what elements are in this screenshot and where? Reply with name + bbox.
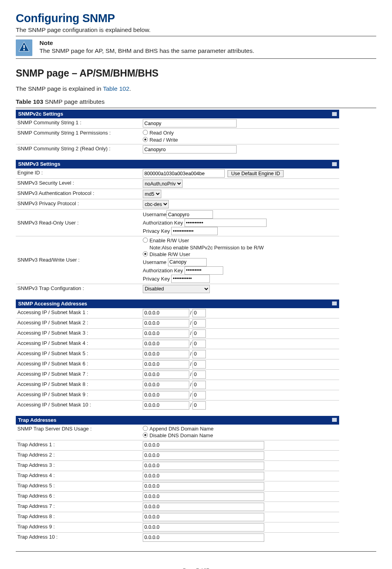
collapse-icon[interactable] <box>332 301 337 305</box>
input-access-mask[interactable] <box>192 319 206 328</box>
label-cs1: SNMP Community String 1 : <box>16 118 141 129</box>
panel-snmpv2c: SNMPv2c Settings SNMP Community String 1… <box>16 110 339 154</box>
explain-line: The SNMP page is explained in Table 102. <box>16 85 376 92</box>
label-access-row: Accessing IP / Subnet Mask 5 : <box>16 349 141 359</box>
page-number: Page 7-137 <box>16 567 376 569</box>
input-access-mask[interactable] <box>192 350 206 358</box>
input-access-mask[interactable] <box>192 371 206 379</box>
collapse-icon[interactable] <box>332 162 337 166</box>
radio-disable-dns[interactable] <box>143 432 148 438</box>
panel-heading: SNMPv3 Settings <box>18 161 60 167</box>
radio-disable-rw[interactable] <box>143 251 148 256</box>
radio-append-dns[interactable] <box>143 426 148 431</box>
label-dns-usage: SNMP Trap Server DNS Usage : <box>16 425 141 440</box>
label-access-row: Accessing IP / Subnet Mask 6 : <box>16 359 141 369</box>
label-engine-id: Engine ID : <box>16 168 141 179</box>
label-trap-row: Trap Address 9 : <box>16 522 141 532</box>
input-access-mask[interactable] <box>192 309 206 317</box>
section-title: SNMP page – AP/SM/BHM/BHS <box>16 67 376 79</box>
svg-point-1 <box>23 49 25 51</box>
table-ref-link[interactable]: Table 102 <box>103 85 129 92</box>
label-trap-config: SNMPv3 Trap Configuration : <box>16 284 141 294</box>
input-ro-username[interactable] <box>166 210 213 219</box>
label-auth-proto: SNMPv3 Authentication Protocol : <box>16 189 141 199</box>
select-trap-config[interactable]: Disabled <box>143 285 210 293</box>
input-access-mask[interactable] <box>192 340 206 348</box>
input-cs1[interactable] <box>143 119 237 127</box>
input-trap-ip[interactable] <box>143 462 264 470</box>
label-priv-proto: SNMPv3 Privacy Protocol : <box>16 199 141 210</box>
label-access-row: Accessing IP / Subnet Mask 10 : <box>16 400 141 410</box>
input-access-ip[interactable] <box>143 391 189 399</box>
input-access-ip[interactable] <box>143 381 189 389</box>
radio-read-only[interactable] <box>143 130 148 135</box>
button-default-engine-id[interactable]: Use Default Engine ID <box>228 170 284 177</box>
label-trap-row: Trap Address 4 : <box>16 471 141 481</box>
input-access-ip[interactable] <box>143 350 189 358</box>
input-access-ip[interactable] <box>143 401 189 410</box>
input-ro-privkey[interactable] <box>171 227 218 235</box>
input-access-mask[interactable] <box>192 360 206 369</box>
select-auth-proto[interactable]: md5 <box>143 190 161 198</box>
page-title: Configuring SNMP <box>16 12 376 25</box>
input-access-ip[interactable] <box>143 309 189 317</box>
input-trap-ip[interactable] <box>143 513 264 521</box>
intro-text: The SNMP page configuration is explained… <box>16 26 376 34</box>
input-access-ip[interactable] <box>143 340 189 348</box>
label-trap-row: Trap Address 1 : <box>16 440 141 450</box>
radio-enable-rw[interactable] <box>143 238 148 243</box>
note-icon <box>16 39 32 56</box>
panel-heading: Trap Addresses <box>18 417 56 423</box>
radio-read-write[interactable] <box>143 137 148 142</box>
label-cs1-perm: SNMP Community String 1 Permissions : <box>16 129 141 144</box>
table-caption: Table 103 SNMP page attributes <box>16 98 376 105</box>
svg-rect-2 <box>24 45 25 48</box>
input-trap-ip[interactable] <box>143 503 264 511</box>
input-cs2[interactable] <box>143 145 237 153</box>
input-trap-ip[interactable] <box>143 492 264 501</box>
panel-trap-addresses: Trap Addresses SNMP Trap Server DNS Usag… <box>16 416 339 543</box>
label-trap-row: Trap Address 3 : <box>16 460 141 471</box>
label-access-row: Accessing IP / Subnet Mask 3 : <box>16 328 141 339</box>
input-rw-authkey[interactable] <box>185 266 223 275</box>
select-priv-proto[interactable]: cbc-des <box>143 200 169 208</box>
label-access-row: Accessing IP / Subnet Mask 4 : <box>16 339 141 349</box>
input-trap-ip[interactable] <box>143 523 264 532</box>
panel-heading: SNMP Accessing Addresses <box>18 301 87 307</box>
panel-access-addresses: SNMP Accessing Addresses Accessing IP / … <box>16 299 339 410</box>
label-trap-row: Trap Address 8 : <box>16 512 141 522</box>
input-trap-ip[interactable] <box>143 441 264 449</box>
input-trap-ip[interactable] <box>143 482 264 490</box>
input-access-mask[interactable] <box>192 329 206 338</box>
panel-heading: SNMPv2c Settings <box>18 111 63 117</box>
label-sec-level: SNMPv3 Security Level : <box>16 179 141 189</box>
input-access-mask[interactable] <box>192 381 206 389</box>
input-ro-authkey[interactable] <box>185 219 267 227</box>
input-access-ip[interactable] <box>143 360 189 369</box>
collapse-icon[interactable] <box>332 418 337 422</box>
divider <box>16 36 376 36</box>
label-cs2: SNMP Community String 2 (Read Only) : <box>16 144 141 155</box>
input-access-ip[interactable] <box>143 329 189 338</box>
note-block: Note The SNMP page for AP, SM, BHM and B… <box>16 39 376 56</box>
label-access-row: Accessing IP / Subnet Mask 1 : <box>16 308 141 318</box>
input-rw-username[interactable] <box>168 258 207 266</box>
note-title: Note <box>39 39 254 47</box>
input-access-ip[interactable] <box>143 371 189 379</box>
label-ro-user: SNMPv3 Read-Only User : <box>16 210 141 236</box>
input-access-ip[interactable] <box>143 319 189 328</box>
label-trap-row: Trap Address 6 : <box>16 491 141 502</box>
input-engine-id[interactable] <box>143 169 225 178</box>
input-trap-ip[interactable] <box>143 472 264 480</box>
input-trap-ip[interactable] <box>143 533 264 542</box>
label-rw-user: SNMPv3 Read/Write User : <box>16 236 141 284</box>
label-access-row: Accessing IP / Subnet Mask 7 : <box>16 369 141 380</box>
divider <box>16 58 376 59</box>
input-trap-ip[interactable] <box>143 451 264 460</box>
select-sec-level[interactable]: noAuth,noPriv <box>143 180 183 188</box>
collapse-icon[interactable] <box>332 112 337 116</box>
input-access-mask[interactable] <box>192 401 206 410</box>
input-rw-privkey[interactable] <box>171 275 210 283</box>
input-access-mask[interactable] <box>192 391 206 399</box>
label-trap-row: Trap Address 5 : <box>16 481 141 491</box>
